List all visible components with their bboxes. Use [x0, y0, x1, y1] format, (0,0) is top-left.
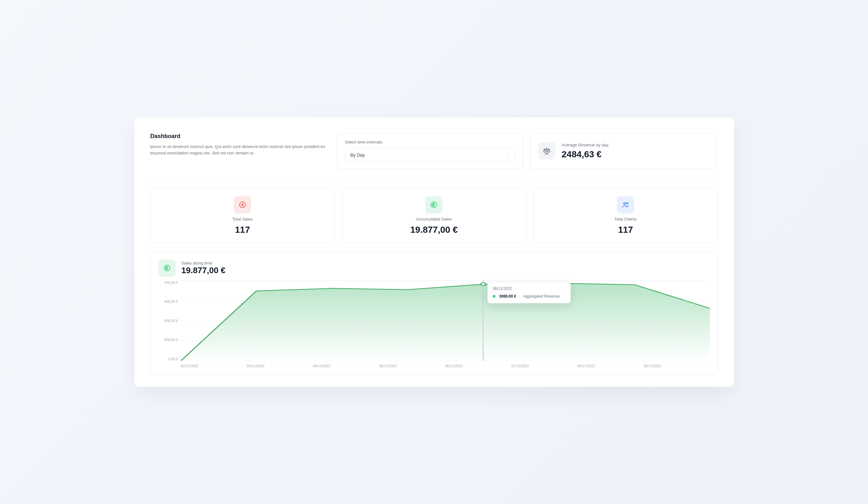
svg-point-7	[626, 202, 628, 204]
interval-select[interactable]: By Day	[345, 148, 515, 162]
x-tick: 05/11/2022	[379, 364, 445, 368]
stat-card-accumulated-sales: Accumulated Sales 19.877,00 €	[342, 188, 526, 243]
x-tick: 07/11/2022	[512, 364, 578, 368]
chart-total: 19.877,00 €	[182, 265, 225, 275]
x-tick: 04/11/2022	[313, 364, 379, 368]
page-title: Dashboard	[151, 133, 330, 140]
svg-point-8	[164, 265, 170, 271]
x-axis: 02/11/202203/11/202204/11/202205/11/2022…	[181, 361, 710, 368]
stats-row: Total Sales 117 Accumulated Sales 19.877…	[151, 188, 718, 243]
chart-body: 200,00 € 400,00 € 500,00 € 800,00 € 0,00…	[158, 281, 710, 361]
stat-card-total-sales: Total Sales 117	[151, 188, 335, 243]
stat-card-total-clients: Total Clients 117	[533, 188, 717, 243]
tooltip-series: Aggregated Revenue	[523, 294, 559, 299]
chevron-down-icon	[506, 153, 509, 157]
average-value: 2484,63 €	[562, 149, 609, 160]
plus-circle-icon	[234, 196, 251, 213]
tooltip-date: 06/11/2022	[493, 286, 565, 291]
euro-icon	[425, 196, 443, 213]
interval-selected-value: By Day	[350, 152, 365, 158]
stat-label: Accumulated Sales	[416, 217, 452, 222]
header-info: Dashboard Ipsum in sit deserunt nostrud …	[151, 133, 330, 169]
x-tick: 09/11/2022	[643, 364, 710, 368]
y-tick: 0,00 €	[168, 357, 178, 361]
average-label: Average Revenue by day.	[562, 142, 609, 147]
chart-title-block: Sales along time 19.877,00 €	[182, 261, 225, 275]
svg-point-12	[480, 282, 485, 285]
svg-point-6	[624, 203, 626, 204]
average-revenue-card: Average Revenue by day. 2484,63 €	[530, 133, 716, 169]
tooltip-dot-icon	[493, 295, 495, 298]
tooltip-value: 3069,00 €	[499, 294, 516, 299]
x-tick: 03/11/2022	[247, 364, 313, 368]
stat-label: Total Clients	[614, 217, 637, 222]
page-description: Ipsum in sit deserunt nostrud quis. Qui …	[151, 143, 330, 156]
users-icon	[617, 196, 634, 213]
chart-plot[interactable]: 06/11/2022 3069,00 € Aggregated Revenue	[181, 281, 710, 361]
chart-header: Sales along time 19.877,00 €	[158, 259, 710, 277]
interval-card: Select time intervals: By Day	[337, 133, 523, 169]
euro-icon	[158, 259, 176, 277]
svg-point-3	[431, 202, 437, 208]
scales-icon	[538, 142, 555, 160]
stat-value: 117	[235, 225, 250, 235]
plot-wrap: 06/11/2022 3069,00 € Aggregated Revenue	[181, 281, 710, 361]
y-tick: 400,00 €	[165, 300, 178, 303]
stat-label: Total Sales	[232, 217, 253, 222]
average-texts: Average Revenue by day. 2484,63 €	[562, 142, 609, 160]
y-tick: 800,00 €	[165, 338, 178, 342]
x-tick: 08/11/2022	[578, 364, 643, 368]
chart-tooltip: 06/11/2022 3069,00 € Aggregated Revenue	[487, 282, 571, 303]
x-tick: 06/11/2022	[445, 364, 512, 368]
dashboard-panel: Dashboard Ipsum in sit deserunt nostrud …	[134, 118, 734, 387]
header-row: Dashboard Ipsum in sit deserunt nostrud …	[151, 133, 718, 179]
x-tick: 02/11/2022	[181, 364, 247, 368]
interval-label: Select time intervals:	[345, 140, 515, 144]
tooltip-row: 3069,00 € Aggregated Revenue	[493, 294, 565, 299]
y-axis: 200,00 € 400,00 € 500,00 € 800,00 € 0,00…	[158, 281, 181, 361]
y-tick: 200,00 €	[165, 281, 178, 284]
stat-value: 117	[618, 225, 633, 235]
chart-card: Sales along time 19.877,00 € 200,00 € 40…	[151, 251, 718, 375]
chart-title: Sales along time	[182, 261, 225, 265]
y-tick: 500,00 €	[165, 319, 178, 323]
stat-value: 19.877,00 €	[411, 225, 458, 235]
